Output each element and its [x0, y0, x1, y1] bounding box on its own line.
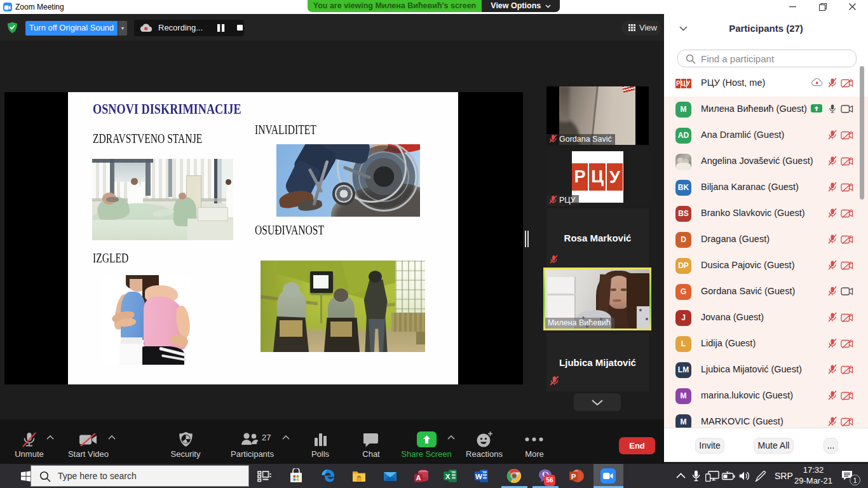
svg-text:X: X [445, 473, 451, 480]
svg-text:P: P [571, 473, 576, 480]
svg-text:A: A [416, 474, 421, 482]
svg-text:W: W [475, 473, 482, 480]
